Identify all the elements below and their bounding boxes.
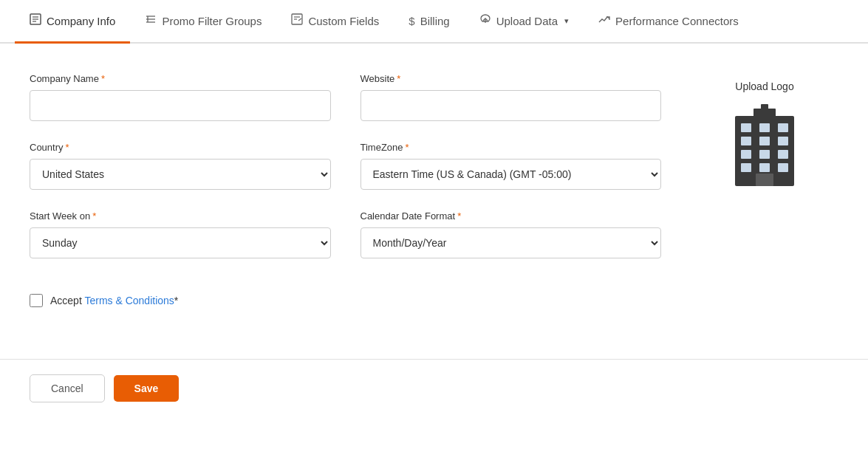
tab-performance-connectors[interactable]: Performance Connectors	[584, 0, 753, 44]
group-timezone: TimeZone* Eastern Time (US & Canada) (GM…	[360, 142, 662, 190]
footer-bar: Cancel Save	[0, 359, 868, 417]
tab-promo-filter-groups[interactable]: Promo Filter Groups	[130, 0, 276, 44]
svg-rect-16	[741, 150, 751, 159]
country-select[interactable]: United States Canada United Kingdom Aust…	[30, 159, 331, 190]
custom-fields-icon	[291, 13, 303, 28]
website-label: Website*	[360, 73, 662, 84]
svg-rect-22	[778, 123, 788, 132]
form-section: Company Name* Website* Country*	[30, 73, 661, 279]
tab-upload-data[interactable]: Upload Data ▾	[465, 0, 584, 44]
nav-bar: Company Info Promo Filter Groups Custom …	[0, 0, 868, 44]
timezone-select[interactable]: Eastern Time (US & Canada) (GMT -05:00) …	[360, 159, 662, 190]
building-icon	[728, 101, 802, 190]
tab-custom-fields[interactable]: Custom Fields	[276, 0, 394, 44]
upload-data-chevron-icon: ▾	[564, 16, 569, 26]
svg-rect-18	[759, 123, 770, 132]
top-section: Company Name* Website* Country*	[30, 73, 838, 279]
group-calendar-date-format: Calendar Date Format* Month/Day/Year Day…	[360, 210, 662, 258]
tab-billing[interactable]: $ Billing	[394, 1, 464, 43]
tab-promo-filter-groups-label: Promo Filter Groups	[162, 15, 262, 27]
tab-upload-data-label: Upload Data	[496, 15, 558, 27]
terms-link[interactable]: Terms & Conditions	[84, 295, 174, 306]
upload-logo-area[interactable]: Upload Logo	[691, 73, 838, 279]
performance-connectors-icon	[598, 13, 610, 28]
upload-data-icon	[479, 13, 491, 28]
svg-rect-23	[778, 137, 788, 145]
row-company-website: Company Name* Website*	[30, 73, 661, 121]
row-country-timezone: Country* United States Canada United Kin…	[30, 142, 661, 190]
company-name-input[interactable]	[30, 90, 331, 121]
upload-logo-label: Upload Logo	[735, 80, 793, 92]
terms-row: Accept Terms & Conditions*	[30, 294, 838, 307]
svg-rect-20	[759, 150, 770, 159]
promo-filter-icon	[145, 13, 157, 28]
company-name-label: Company Name*	[30, 73, 331, 84]
calendar-date-format-select[interactable]: Month/Day/Year Day/Month/Year Year/Month…	[360, 227, 662, 258]
svg-rect-14	[741, 123, 751, 132]
svg-line-11	[298, 18, 301, 21]
tab-company-info-label: Company Info	[47, 15, 115, 27]
save-button[interactable]: Save	[114, 375, 180, 402]
svg-rect-15	[741, 137, 751, 145]
main-content: Company Name* Website* Country*	[0, 44, 868, 359]
start-week-select[interactable]: Sunday Monday Tuesday Wednesday Thursday…	[30, 227, 331, 258]
billing-icon: $	[409, 15, 414, 27]
tab-custom-fields-label: Custom Fields	[308, 15, 379, 27]
tab-billing-label: Billing	[420, 15, 450, 27]
start-week-label: Start Week on*	[30, 210, 331, 222]
country-label: Country*	[30, 142, 331, 153]
svg-rect-26	[756, 174, 773, 186]
group-company-name: Company Name*	[30, 73, 331, 121]
tab-performance-connectors-label: Performance Connectors	[615, 15, 739, 27]
svg-rect-17	[741, 163, 751, 172]
svg-rect-19	[759, 137, 770, 145]
timezone-label: TimeZone*	[360, 142, 662, 153]
group-start-week: Start Week on* Sunday Monday Tuesday Wed…	[30, 210, 331, 258]
website-input[interactable]	[360, 90, 662, 121]
terms-checkbox[interactable]	[30, 294, 43, 307]
group-country: Country* United States Canada United Kin…	[30, 142, 331, 190]
group-website: Website*	[360, 73, 662, 121]
svg-rect-28	[761, 104, 768, 110]
cancel-button[interactable]: Cancel	[30, 374, 105, 402]
svg-rect-25	[778, 163, 788, 172]
row-startweek-calformat: Start Week on* Sunday Monday Tuesday Wed…	[30, 210, 661, 258]
tab-company-info[interactable]: Company Info	[15, 0, 130, 44]
svg-rect-24	[778, 150, 788, 159]
terms-text: Accept Terms & Conditions*	[50, 295, 178, 306]
company-info-icon	[30, 13, 41, 28]
svg-rect-21	[759, 163, 770, 172]
calendar-date-format-label: Calendar Date Format*	[360, 210, 662, 222]
